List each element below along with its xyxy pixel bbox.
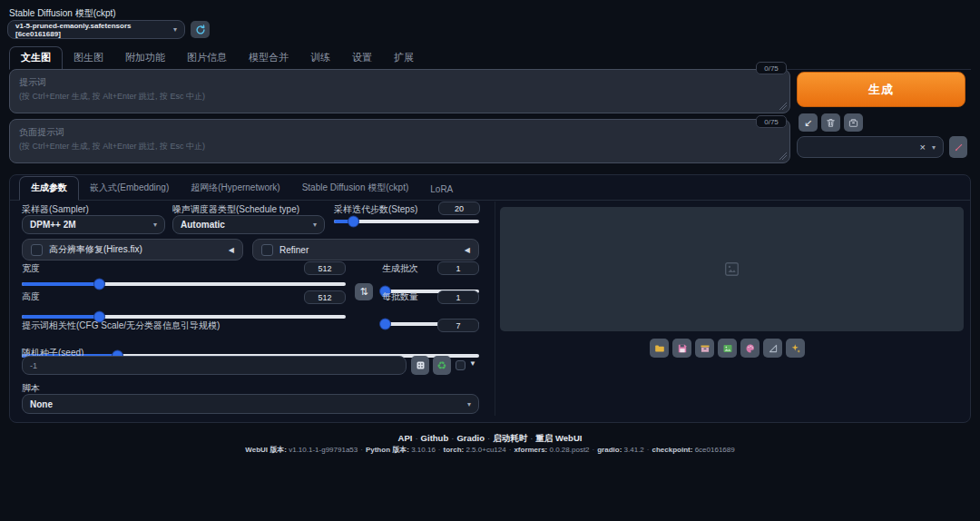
script-label: 脚本	[22, 382, 40, 395]
schedule-type-label: 噪声调度器类型(Schedule type)	[172, 203, 299, 216]
prompt-placeholder-title: 提示词	[19, 76, 780, 89]
save-icon	[677, 343, 688, 354]
height-value[interactable]: 512	[304, 290, 346, 304]
prompt-textarea[interactable]: 提示词 (按 Ctrl+Enter 生成, 按 Alt+Enter 跳过, 按 …	[9, 69, 790, 113]
negative-prompt-textarea[interactable]: 负面提示词 (按 Ctrl+Enter 生成, 按 Alt+Enter 跳过, …	[9, 119, 790, 163]
seed-extra-caret[interactable]: ▼	[469, 359, 476, 368]
tab-png-info[interactable]: 图片信息	[176, 47, 238, 69]
seed-input[interactable]: -1	[22, 356, 407, 375]
tab-settings[interactable]: 设置	[341, 47, 383, 69]
send-to-extras-button[interactable]	[763, 339, 782, 358]
footer-version-info: WebUI 版本: v1.10.1-1-g99791a53·Python 版本:…	[0, 445, 980, 455]
brush-icon	[954, 143, 964, 152]
negative-prompt-placeholder-hint: (按 Ctrl+Enter 生成, 按 Alt+Enter 跳过, 按 Esc …	[19, 141, 780, 152]
tab-train[interactable]: 训练	[299, 47, 341, 69]
refiner-checkbox[interactable]	[261, 244, 273, 256]
card-box-icon	[848, 118, 858, 128]
save-zip-button[interactable]	[695, 339, 714, 358]
param-tab-bar: 生成参数 嵌入式(Embedding) 超网络(Hypernetwork) St…	[10, 176, 970, 201]
height-slider[interactable]	[22, 315, 346, 319]
footer-link-api[interactable]: API	[398, 433, 413, 443]
chevron-down-icon: ▾	[173, 25, 177, 34]
styles-dropdown[interactable]: × ▾	[797, 136, 944, 158]
paste-arrow-icon: ↙	[804, 117, 812, 129]
height-label: 高度	[22, 290, 40, 303]
footer-webui-version-value: v1.10.1-1-g99791a53	[289, 446, 358, 454]
refresh-model-button[interactable]	[191, 21, 210, 38]
negative-prompt-token-counter: 0/75	[756, 115, 787, 128]
paste-generation-params-button[interactable]: ↙	[799, 113, 818, 132]
width-value[interactable]: 512	[304, 261, 346, 275]
zip-box-icon	[700, 343, 710, 354]
footer-link-startup-profile[interactable]: 启动耗时	[493, 433, 527, 443]
footer-checkpoint-key: checkpoint:	[652, 446, 693, 454]
steps-value[interactable]: 20	[438, 202, 480, 215]
clear-styles-icon[interactable]: ×	[920, 142, 926, 152]
refresh-icon	[195, 25, 206, 35]
param-tab-embedding[interactable]: 嵌入式(Embedding)	[79, 177, 180, 200]
footer-link-gradio[interactable]: Gradio	[456, 433, 485, 443]
sd-webui-app: Stable Diffusion 模型(ckpt) v1-5-pruned-em…	[0, 0, 980, 521]
swap-icon: ⇅	[359, 286, 368, 298]
tab-extras[interactable]: 附加功能	[114, 47, 176, 69]
param-tab-lora[interactable]: LoRA	[419, 180, 464, 200]
collapse-arrow-icon: ◀	[229, 246, 234, 254]
negative-prompt-placeholder-title: 负面提示词	[19, 126, 780, 139]
footer-link-reload-webui[interactable]: 重启 WebUI	[535, 433, 582, 443]
footer-gradio-value: 3.41.2	[624, 446, 644, 454]
seed-extra-checkbox[interactable]	[456, 360, 466, 370]
swap-dimensions-button[interactable]: ⇅	[355, 283, 373, 300]
script-dropdown[interactable]: None ▾	[22, 394, 479, 414]
prompt-placeholder-hint: (按 Ctrl+Enter 生成, 按 Alt+Enter 跳过, 按 Esc …	[19, 91, 780, 103]
cfg-scale-value[interactable]: 7	[437, 319, 479, 332]
tab-checkpoint-merger[interactable]: 模型合并	[238, 47, 299, 69]
resize-handle[interactable]	[779, 152, 787, 160]
chevron-down-icon: ▾	[313, 221, 317, 229]
output-gallery	[500, 207, 964, 331]
footer-webui-version-key: WebUI 版本:	[245, 446, 287, 454]
footer-link-github[interactable]: Github	[421, 433, 449, 443]
footer-xformers-key: xformers:	[514, 446, 547, 454]
steps-slider[interactable]	[334, 220, 479, 223]
schedule-type-dropdown[interactable]: Automatic ▾	[172, 215, 325, 234]
hires-fix-accordion[interactable]: 高分辨率修复(Hires.fix) ◀	[22, 239, 243, 260]
width-slider[interactable]	[22, 282, 346, 286]
footer-torch-key: torch:	[444, 446, 465, 454]
batch-count-value[interactable]: 1	[437, 261, 479, 275]
batch-size-label: 每批数量	[382, 290, 418, 303]
refiner-accordion[interactable]: Refiner ◀	[252, 239, 479, 260]
tab-extensions[interactable]: 扩展	[383, 47, 425, 69]
schedule-type-value: Automatic	[181, 220, 225, 230]
footer-checkpoint-value: 6ce0161689	[695, 446, 735, 454]
tab-img2img[interactable]: 图生图	[63, 47, 114, 69]
send-to-inpaint-button[interactable]	[740, 339, 760, 358]
model-select-dropdown[interactable]: v1-5-pruned-emaonly.safetensors [6ce0161…	[7, 20, 185, 39]
image-icon	[722, 343, 733, 354]
random-seed-button[interactable]	[411, 356, 429, 375]
sampler-dropdown[interactable]: DPM++ 2M ▾	[22, 215, 165, 234]
param-tab-generation[interactable]: 生成参数	[19, 176, 79, 201]
collapse-arrow-icon: ◀	[465, 246, 470, 254]
sampler-value: DPM++ 2M	[30, 220, 76, 230]
param-tab-hypernetwork[interactable]: 超网络(Hypernetwork)	[180, 177, 290, 200]
save-image-button[interactable]	[672, 339, 691, 358]
chevron-down-icon: ▾	[153, 221, 157, 229]
tab-txt2img[interactable]: 文生图	[9, 46, 63, 70]
width-label: 宽度	[22, 262, 40, 275]
extra-networks-button[interactable]	[844, 113, 863, 132]
hires-fix-checkbox[interactable]	[31, 244, 43, 256]
footer-links: API·Github·Gradio·启动耗时·重启 WebUI	[0, 433, 980, 445]
edit-styles-button[interactable]	[949, 136, 967, 158]
batch-size-value[interactable]: 1	[437, 290, 479, 304]
open-folder-button[interactable]	[650, 339, 669, 358]
reuse-seed-button[interactable]: ♻	[433, 356, 451, 375]
resize-handle[interactable]	[779, 103, 787, 110]
generate-button[interactable]: 生成	[797, 72, 965, 107]
upscale-button[interactable]	[786, 339, 805, 358]
send-to-img2img-button[interactable]	[718, 339, 737, 358]
clear-prompt-button[interactable]	[821, 113, 840, 132]
refiner-label: Refiner	[279, 245, 309, 255]
ruler-icon	[768, 343, 779, 354]
column-divider	[495, 202, 495, 416]
param-tab-checkpoint[interactable]: Stable Diffusion 模型(ckpt)	[291, 177, 420, 200]
